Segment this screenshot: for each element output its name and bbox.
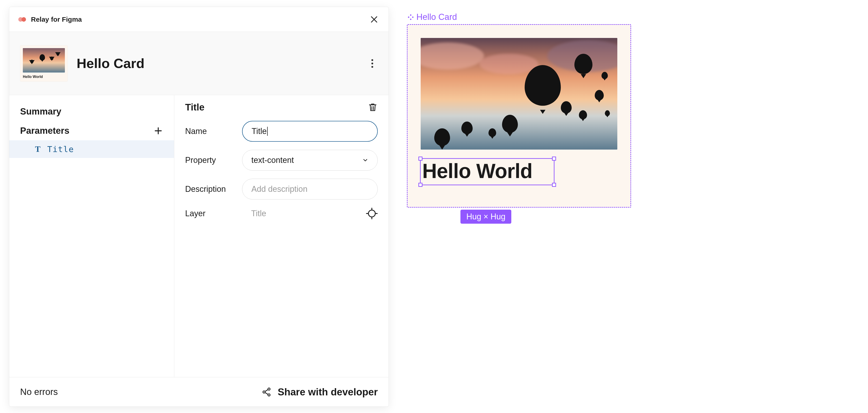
plugin-name: Relay for Figma <box>31 15 82 23</box>
thumbnail-image <box>23 48 65 72</box>
layer-label: Layer <box>185 209 235 218</box>
svg-rect-9 <box>412 16 414 18</box>
component-thumbnail: Hello World <box>20 45 68 82</box>
name-label: Name <box>185 127 235 136</box>
trash-icon <box>368 102 378 112</box>
error-status: No errors <box>20 387 58 397</box>
component-title: Hello Card <box>76 56 145 71</box>
svg-rect-8 <box>408 16 410 18</box>
panel-footer: No errors Share with developer <box>9 377 389 407</box>
sidebar: Summary Parameters T Title <box>9 95 174 377</box>
svg-point-1 <box>22 17 26 22</box>
plugin-logo-icon <box>18 16 27 23</box>
svg-rect-6 <box>410 14 412 16</box>
description-placeholder: Add description <box>251 184 307 194</box>
share-label: Share with developer <box>278 386 378 398</box>
name-input-value: Title <box>252 127 267 136</box>
parameter-item-label: Title <box>47 145 74 154</box>
sidebar-parameters-header: Parameters <box>9 121 174 140</box>
figma-canvas: Hello Card Hello World <box>407 12 631 208</box>
kebab-dot <box>371 63 373 64</box>
name-input[interactable]: Title <box>242 121 378 142</box>
share-with-developer-button[interactable]: Share with developer <box>261 386 378 398</box>
selection-outline <box>420 158 555 185</box>
plus-icon <box>154 126 163 135</box>
selection-handle[interactable] <box>418 157 423 161</box>
constraint-badge: Hug × Hug <box>460 210 511 224</box>
layer-value: Title <box>242 209 359 218</box>
text-type-icon: T <box>34 145 42 154</box>
locate-layer-button[interactable] <box>366 208 378 219</box>
add-parameter-button[interactable] <box>153 126 163 136</box>
component-frame-label[interactable]: Hello Card <box>408 12 631 22</box>
property-select[interactable]: text-content <box>242 150 378 170</box>
selection-handle[interactable] <box>552 157 556 161</box>
svg-point-2 <box>368 210 375 217</box>
kebab-dot <box>371 59 373 61</box>
relay-plugin-panel: Relay for Figma Hello World Hello Card <box>9 7 389 407</box>
parameters-label: Parameters <box>20 126 69 136</box>
detail-pane: Title Name Title Property <box>174 95 389 377</box>
close-button[interactable] <box>369 14 379 25</box>
selection-handle[interactable] <box>418 183 423 187</box>
more-menu-button[interactable] <box>367 58 378 69</box>
svg-rect-7 <box>410 18 412 20</box>
close-icon <box>370 15 378 24</box>
text-caret <box>267 127 268 136</box>
description-input[interactable]: Add description <box>242 179 378 199</box>
card-image <box>421 38 617 150</box>
property-label: Property <box>185 155 235 165</box>
sidebar-summary[interactable]: Summary <box>9 102 174 121</box>
chevron-down-icon <box>362 157 368 163</box>
crosshair-icon <box>366 208 378 219</box>
property-select-value: text-content <box>251 155 294 165</box>
share-icon <box>261 387 272 398</box>
component-icon <box>408 14 414 20</box>
kebab-dot <box>371 66 373 68</box>
selection-handle[interactable] <box>552 183 556 187</box>
component-frame[interactable]: Hello World Hug × Hug <box>407 24 631 208</box>
parameter-item-title[interactable]: T Title <box>9 140 174 158</box>
detail-title: Title <box>185 102 205 113</box>
panel-header: Hello World Hello Card <box>9 32 389 95</box>
plugin-titlebar: Relay for Figma <box>9 7 389 32</box>
component-frame-name: Hello Card <box>416 12 457 22</box>
thumbnail-title: Hello World <box>23 75 65 79</box>
description-label: Description <box>185 184 235 194</box>
delete-parameter-button[interactable] <box>368 102 378 112</box>
